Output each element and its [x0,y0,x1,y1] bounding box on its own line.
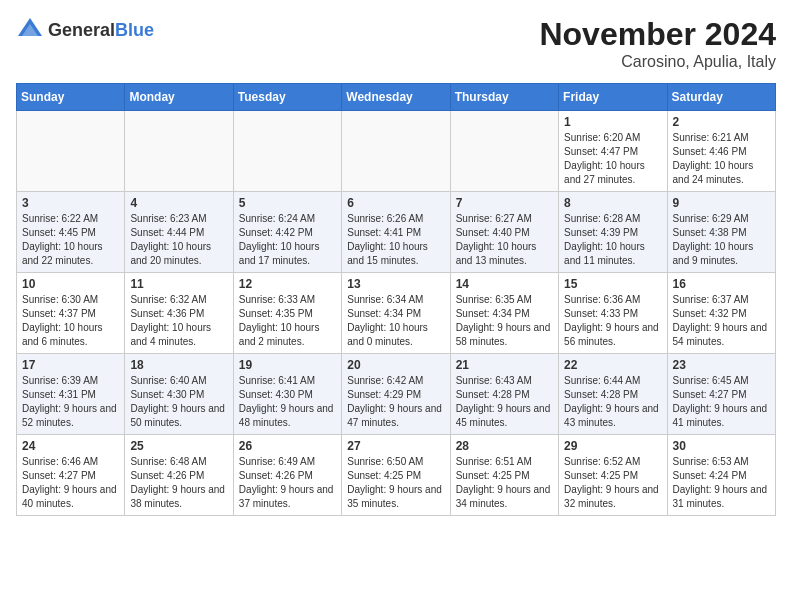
calendar-cell: 18Sunrise: 6:40 AM Sunset: 4:30 PM Dayli… [125,354,233,435]
day-number: 14 [456,277,553,291]
day-number: 11 [130,277,227,291]
day-number: 18 [130,358,227,372]
day-info: Sunrise: 6:33 AM Sunset: 4:35 PM Dayligh… [239,293,336,349]
calendar-cell: 28Sunrise: 6:51 AM Sunset: 4:25 PM Dayli… [450,435,558,516]
day-info: Sunrise: 6:36 AM Sunset: 4:33 PM Dayligh… [564,293,661,349]
calendar-cell: 22Sunrise: 6:44 AM Sunset: 4:28 PM Dayli… [559,354,667,435]
day-number: 15 [564,277,661,291]
day-info: Sunrise: 6:24 AM Sunset: 4:42 PM Dayligh… [239,212,336,268]
day-info: Sunrise: 6:44 AM Sunset: 4:28 PM Dayligh… [564,374,661,430]
day-info: Sunrise: 6:52 AM Sunset: 4:25 PM Dayligh… [564,455,661,511]
day-number: 8 [564,196,661,210]
calendar-cell: 15Sunrise: 6:36 AM Sunset: 4:33 PM Dayli… [559,273,667,354]
header-cell-wednesday: Wednesday [342,84,450,111]
day-number: 30 [673,439,770,453]
day-info: Sunrise: 6:45 AM Sunset: 4:27 PM Dayligh… [673,374,770,430]
header-cell-monday: Monday [125,84,233,111]
title-block: November 2024 Carosino, Apulia, Italy [539,16,776,71]
day-info: Sunrise: 6:46 AM Sunset: 4:27 PM Dayligh… [22,455,119,511]
calendar-cell: 24Sunrise: 6:46 AM Sunset: 4:27 PM Dayli… [17,435,125,516]
logo-text-general: General [48,20,115,40]
day-number: 20 [347,358,444,372]
day-info: Sunrise: 6:48 AM Sunset: 4:26 PM Dayligh… [130,455,227,511]
header-cell-tuesday: Tuesday [233,84,341,111]
calendar-cell: 13Sunrise: 6:34 AM Sunset: 4:34 PM Dayli… [342,273,450,354]
calendar-cell [450,111,558,192]
calendar-week-5: 24Sunrise: 6:46 AM Sunset: 4:27 PM Dayli… [17,435,776,516]
calendar-cell: 20Sunrise: 6:42 AM Sunset: 4:29 PM Dayli… [342,354,450,435]
calendar-cell: 2Sunrise: 6:21 AM Sunset: 4:46 PM Daylig… [667,111,775,192]
day-info: Sunrise: 6:21 AM Sunset: 4:46 PM Dayligh… [673,131,770,187]
calendar-cell: 30Sunrise: 6:53 AM Sunset: 4:24 PM Dayli… [667,435,775,516]
header-cell-saturday: Saturday [667,84,775,111]
day-info: Sunrise: 6:22 AM Sunset: 4:45 PM Dayligh… [22,212,119,268]
day-number: 9 [673,196,770,210]
day-number: 12 [239,277,336,291]
day-number: 16 [673,277,770,291]
calendar-cell [125,111,233,192]
calendar-cell [233,111,341,192]
day-number: 27 [347,439,444,453]
calendar-cell: 17Sunrise: 6:39 AM Sunset: 4:31 PM Dayli… [17,354,125,435]
day-info: Sunrise: 6:37 AM Sunset: 4:32 PM Dayligh… [673,293,770,349]
calendar-cell: 12Sunrise: 6:33 AM Sunset: 4:35 PM Dayli… [233,273,341,354]
day-number: 5 [239,196,336,210]
header-cell-thursday: Thursday [450,84,558,111]
day-number: 24 [22,439,119,453]
day-number: 21 [456,358,553,372]
calendar-cell: 8Sunrise: 6:28 AM Sunset: 4:39 PM Daylig… [559,192,667,273]
day-number: 22 [564,358,661,372]
day-info: Sunrise: 6:49 AM Sunset: 4:26 PM Dayligh… [239,455,336,511]
day-info: Sunrise: 6:53 AM Sunset: 4:24 PM Dayligh… [673,455,770,511]
day-info: Sunrise: 6:39 AM Sunset: 4:31 PM Dayligh… [22,374,119,430]
logo-icon [16,16,44,44]
day-info: Sunrise: 6:51 AM Sunset: 4:25 PM Dayligh… [456,455,553,511]
day-number: 25 [130,439,227,453]
calendar-cell: 9Sunrise: 6:29 AM Sunset: 4:38 PM Daylig… [667,192,775,273]
day-number: 2 [673,115,770,129]
calendar-cell: 14Sunrise: 6:35 AM Sunset: 4:34 PM Dayli… [450,273,558,354]
day-info: Sunrise: 6:23 AM Sunset: 4:44 PM Dayligh… [130,212,227,268]
calendar-cell: 1Sunrise: 6:20 AM Sunset: 4:47 PM Daylig… [559,111,667,192]
calendar-cell: 21Sunrise: 6:43 AM Sunset: 4:28 PM Dayli… [450,354,558,435]
day-info: Sunrise: 6:41 AM Sunset: 4:30 PM Dayligh… [239,374,336,430]
logo: GeneralBlue [16,16,154,44]
calendar-cell: 19Sunrise: 6:41 AM Sunset: 4:30 PM Dayli… [233,354,341,435]
day-info: Sunrise: 6:26 AM Sunset: 4:41 PM Dayligh… [347,212,444,268]
calendar-week-3: 10Sunrise: 6:30 AM Sunset: 4:37 PM Dayli… [17,273,776,354]
calendar-week-2: 3Sunrise: 6:22 AM Sunset: 4:45 PM Daylig… [17,192,776,273]
day-info: Sunrise: 6:27 AM Sunset: 4:40 PM Dayligh… [456,212,553,268]
day-info: Sunrise: 6:28 AM Sunset: 4:39 PM Dayligh… [564,212,661,268]
day-info: Sunrise: 6:40 AM Sunset: 4:30 PM Dayligh… [130,374,227,430]
day-number: 7 [456,196,553,210]
header-cell-sunday: Sunday [17,84,125,111]
month-title: November 2024 [539,16,776,53]
calendar-cell: 27Sunrise: 6:50 AM Sunset: 4:25 PM Dayli… [342,435,450,516]
day-info: Sunrise: 6:42 AM Sunset: 4:29 PM Dayligh… [347,374,444,430]
day-number: 28 [456,439,553,453]
day-number: 3 [22,196,119,210]
calendar-cell: 7Sunrise: 6:27 AM Sunset: 4:40 PM Daylig… [450,192,558,273]
day-number: 4 [130,196,227,210]
calendar-week-4: 17Sunrise: 6:39 AM Sunset: 4:31 PM Dayli… [17,354,776,435]
day-number: 17 [22,358,119,372]
calendar-body: 1Sunrise: 6:20 AM Sunset: 4:47 PM Daylig… [17,111,776,516]
location-title: Carosino, Apulia, Italy [539,53,776,71]
logo-text-blue: Blue [115,20,154,40]
day-number: 13 [347,277,444,291]
calendar-week-1: 1Sunrise: 6:20 AM Sunset: 4:47 PM Daylig… [17,111,776,192]
calendar-cell: 11Sunrise: 6:32 AM Sunset: 4:36 PM Dayli… [125,273,233,354]
calendar-cell: 16Sunrise: 6:37 AM Sunset: 4:32 PM Dayli… [667,273,775,354]
day-number: 26 [239,439,336,453]
calendar-cell: 10Sunrise: 6:30 AM Sunset: 4:37 PM Dayli… [17,273,125,354]
day-number: 1 [564,115,661,129]
page-header: GeneralBlue November 2024 Carosino, Apul… [16,16,776,71]
calendar-table: SundayMondayTuesdayWednesdayThursdayFrid… [16,83,776,516]
day-info: Sunrise: 6:29 AM Sunset: 4:38 PM Dayligh… [673,212,770,268]
day-number: 29 [564,439,661,453]
day-number: 6 [347,196,444,210]
calendar-cell: 3Sunrise: 6:22 AM Sunset: 4:45 PM Daylig… [17,192,125,273]
calendar-cell: 4Sunrise: 6:23 AM Sunset: 4:44 PM Daylig… [125,192,233,273]
day-info: Sunrise: 6:32 AM Sunset: 4:36 PM Dayligh… [130,293,227,349]
day-info: Sunrise: 6:30 AM Sunset: 4:37 PM Dayligh… [22,293,119,349]
